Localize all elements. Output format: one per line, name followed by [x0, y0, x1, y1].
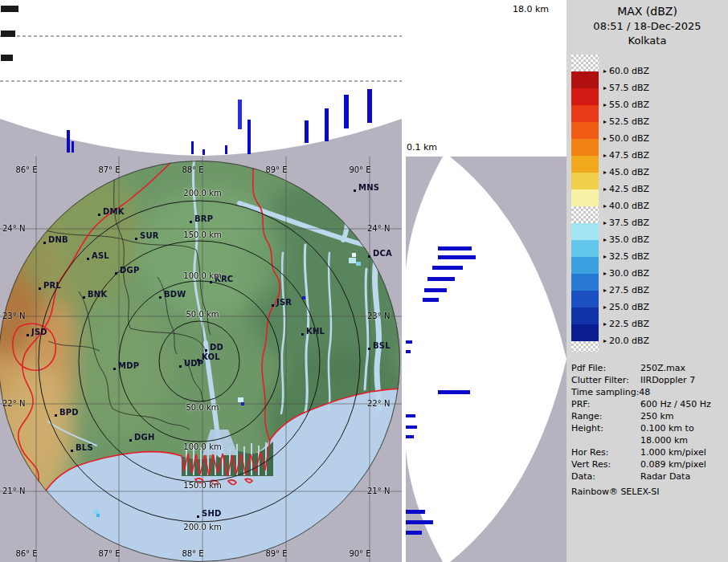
info-label: Pdf File: — [571, 363, 606, 373]
dbz-scale-row: ▸27.5 dBZ — [571, 274, 726, 291]
info-value: 0.100 km to — [640, 423, 694, 434]
info-label: PRF: — [571, 399, 590, 409]
dbz-scale-row: ▸45.0 dBZ — [571, 156, 726, 173]
coverage-envelope-shading — [0, 119, 402, 157]
dbz-color-swatch — [571, 105, 599, 122]
dbz-scale-bottom-cap — [571, 341, 599, 352]
side-height-profile-panel — [406, 157, 566, 562]
dbz-scale-row: ▸57.5 dBZ — [571, 71, 726, 88]
height-axis-tick-marks — [1, 6, 18, 61]
dbz-scale-label: ▸20.0 dBZ — [603, 336, 649, 345]
info-row: 18.000 km — [571, 435, 726, 447]
info-row: Hor Res:1.000 km/pixel — [571, 447, 726, 459]
product-title: MAX (dBZ) — [566, 5, 728, 18]
top-height-profile-panel — [0, 0, 402, 157]
info-value: 18.000 km — [640, 435, 688, 446]
height-axis-max-label: 18.0 km — [513, 4, 549, 14]
height-axis-corner-box: 18.0 km 0.1 km — [402, 0, 566, 157]
dbz-color-swatch — [571, 189, 599, 206]
dbz-scale-row: ▸55.0 dBZ — [571, 88, 726, 105]
info-value: 0.089 km/pixel — [640, 459, 706, 470]
dbz-color-swatch — [571, 55, 599, 71]
info-label: Hor Res: — [571, 447, 608, 458]
info-row: PRF:600 Hz / 450 Hz — [571, 399, 726, 411]
dbz-color-swatch — [571, 223, 599, 240]
dbz-color-swatch — [571, 274, 599, 291]
dbz-scale-row: ▸30.0 dBZ — [571, 257, 726, 274]
info-value: 250 km — [640, 411, 674, 422]
site-name-label: Kolkata — [566, 35, 728, 47]
product-info-block: Pdf File:250Z.maxClutter Filter:IIRDoppl… — [571, 363, 726, 483]
dbz-scale-row: ▸22.5 dBZ — [571, 307, 726, 324]
top-profile-graphics — [0, 0, 402, 157]
side-profile-graphics — [406, 157, 566, 562]
info-label: Range: — [571, 411, 603, 422]
dbz-scale-row: ▸25.0 dBZ — [571, 291, 726, 307]
dbz-color-scale: ▸60.0 dBZ▸57.5 dBZ▸55.0 dBZ▸52.5 dBZ▸50.… — [571, 55, 726, 352]
info-value: 250Z.max — [640, 363, 685, 373]
dbz-color-swatch — [571, 324, 599, 341]
info-row: Pdf File:250Z.max — [571, 363, 726, 375]
radar-display-window: 18.0 km 0.1 km — [0, 0, 728, 562]
radar-center-marker — [198, 360, 201, 363]
software-brand-label: Rainbow® SELEX-SI — [571, 487, 660, 497]
info-label: Vert Res: — [571, 459, 611, 470]
info-row: Time sampling:48 — [571, 387, 726, 399]
scale-tick-arrow-icon: ▸ — [603, 337, 607, 344]
info-label: Data: — [571, 471, 595, 482]
dbz-color-swatch — [571, 257, 599, 274]
info-row: Clutter Filter:IIRDoppler 7 — [571, 375, 726, 387]
dbz-scale-row: ▸50.0 dBZ — [571, 122, 726, 139]
info-label: Height: — [571, 423, 603, 434]
dbz-scale-row: ▸35.0 dBZ — [571, 223, 726, 240]
info-row: Data:Radar Data — [571, 471, 726, 483]
legend-panel: MAX (dBZ) 08:51 / 18-Dec-2025 Kolkata ▸6… — [566, 0, 728, 562]
info-label: Clutter Filter: — [571, 375, 629, 385]
dbz-color-swatch — [571, 240, 599, 257]
dbz-scale-row: ▸37.5 dBZ — [571, 206, 726, 223]
info-value: IIRDoppler 7 — [640, 375, 695, 385]
dbz-scale-row: ▸20.0 dBZ — [571, 324, 726, 341]
info-value: 600 Hz / 450 Hz — [640, 399, 711, 409]
dbz-color-swatch — [571, 156, 599, 173]
info-row: Vert Res:0.089 km/pixel — [571, 459, 726, 471]
dbz-color-swatch — [571, 88, 599, 105]
info-row: Height:0.100 km to — [571, 423, 726, 435]
info-value: Radar Data — [640, 471, 690, 482]
height-axis-min-label: 0.1 km — [407, 142, 437, 153]
info-value: 1.000 km/pixel — [640, 447, 706, 458]
info-label: Time sampling:48 — [571, 387, 650, 397]
dbz-color-swatch — [571, 307, 599, 324]
dbz-color-swatch — [571, 291, 599, 307]
dbz-scale-row: ▸40.0 dBZ — [571, 189, 726, 206]
map-canvas[interactable] — [0, 157, 402, 562]
dbz-scale-row: ▸47.5 dBZ — [571, 139, 726, 156]
dbz-scale-row: ▸52.5 dBZ — [571, 105, 726, 122]
dbz-color-swatch — [571, 122, 599, 139]
datetime-label: 08:51 / 18-Dec-2025 — [566, 20, 728, 32]
dbz-scale-row: ▸42.5 dBZ — [571, 173, 726, 189]
coverage-envelope-shading — [406, 157, 566, 562]
dbz-color-swatch — [571, 71, 599, 88]
dbz-scale-row: ▸32.5 dBZ — [571, 240, 726, 257]
map-graphics — [0, 157, 402, 562]
dbz-color-swatch — [571, 173, 599, 189]
dbz-color-swatch — [571, 139, 599, 156]
info-row: Range:250 km — [571, 411, 726, 423]
dbz-scale-row: ▸60.0 dBZ — [571, 55, 726, 71]
dbz-color-swatch — [571, 206, 599, 223]
